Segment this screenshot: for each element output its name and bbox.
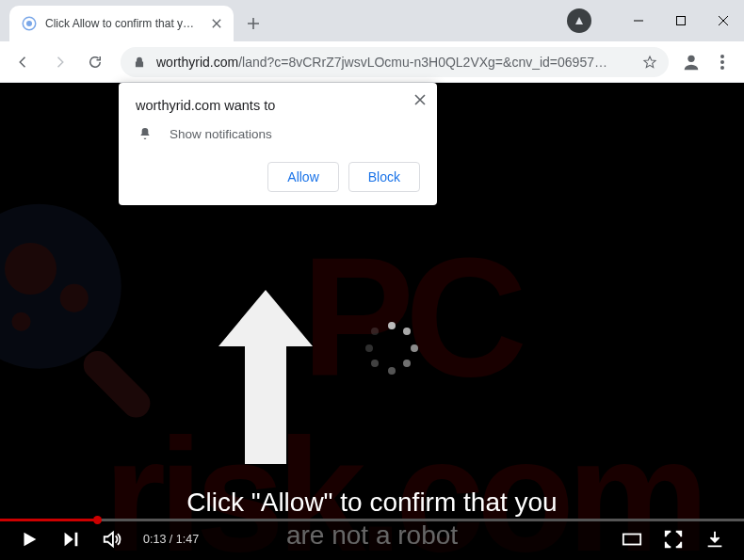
svg-point-4 xyxy=(687,55,694,61)
dialog-permission-label: Show notifications xyxy=(170,127,272,141)
nav-reload-button[interactable] xyxy=(79,46,111,78)
play-button[interactable] xyxy=(19,529,40,550)
svg-point-9 xyxy=(5,243,57,295)
svg-point-1 xyxy=(26,21,32,26)
window-close-button[interactable] xyxy=(702,0,744,41)
next-track-button[interactable] xyxy=(60,529,81,550)
dialog-close-button[interactable] xyxy=(414,92,426,109)
up-arrow-icon xyxy=(218,290,313,468)
svg-point-10 xyxy=(60,284,89,312)
video-progress-fill xyxy=(0,519,97,521)
allow-button[interactable]: Allow xyxy=(267,162,338,192)
incognito-indicator-icon xyxy=(560,0,598,41)
browser-tab[interactable]: Click Allow to confirm that you a xyxy=(9,6,234,41)
video-time-display: 0:13 / 1:47 xyxy=(143,533,199,546)
tab-favicon xyxy=(21,15,38,32)
svg-rect-12 xyxy=(78,345,156,422)
svg-rect-3 xyxy=(676,17,685,25)
window-title-bar: Click Allow to confirm that you a xyxy=(0,0,744,41)
block-button[interactable]: Block xyxy=(348,162,420,192)
url-host: worthyrid.com xyxy=(156,55,238,70)
svg-point-8 xyxy=(0,204,121,369)
theater-mode-button[interactable] xyxy=(622,529,642,550)
svg-rect-13 xyxy=(623,535,640,545)
svg-point-6 xyxy=(720,60,724,64)
svg-point-11 xyxy=(12,312,31,331)
notification-permission-dialog: worthyrid.com wants to Show notification… xyxy=(119,83,437,205)
new-tab-button[interactable] xyxy=(239,6,267,41)
svg-point-5 xyxy=(720,55,724,58)
loading-spinner-icon xyxy=(365,322,418,375)
tab-close-button[interactable] xyxy=(209,16,224,31)
lock-icon[interactable] xyxy=(130,53,149,72)
window-maximize-button[interactable] xyxy=(659,0,702,41)
fullscreen-button[interactable] xyxy=(663,529,684,550)
video-current-time: 0:13 xyxy=(143,533,166,546)
address-bar-url: worthyrid.com/land?c=8vCRrZ7jwsvLOcmu-n3… xyxy=(156,55,640,70)
address-bar[interactable]: worthyrid.com/land?c=8vCRrZ7jwsvLOcmu-n3… xyxy=(121,47,669,77)
url-path: /land?c=8vCRrZ7jwsvLOcmu-n3H0QL2VXg=&cnv… xyxy=(238,55,607,70)
bookmark-star-icon[interactable] xyxy=(640,55,659,70)
nav-back-button[interactable] xyxy=(8,46,40,78)
volume-button[interactable] xyxy=(102,529,122,550)
prompt-line-1: Click "Allow" to confirm that you xyxy=(75,486,669,519)
bell-icon xyxy=(137,126,154,141)
window-minimize-button[interactable] xyxy=(617,0,659,41)
video-duration: 1:47 xyxy=(176,533,199,546)
dialog-heading: worthyrid.com wants to xyxy=(136,98,420,113)
profile-avatar-button[interactable] xyxy=(678,49,704,75)
download-button[interactable] xyxy=(704,529,725,550)
browser-toolbar: worthyrid.com/land?c=8vCRrZ7jwsvLOcmu-n3… xyxy=(0,41,744,83)
nav-forward-button[interactable] xyxy=(43,46,75,78)
tab-title: Click Allow to confirm that you a xyxy=(45,17,196,30)
svg-marker-2 xyxy=(575,17,583,24)
video-progress-track[interactable] xyxy=(0,519,744,521)
browser-menu-button[interactable] xyxy=(708,55,736,70)
svg-point-7 xyxy=(720,66,724,70)
window-controls xyxy=(617,0,744,41)
video-controls-bar: 0:13 / 1:47 xyxy=(0,519,744,560)
